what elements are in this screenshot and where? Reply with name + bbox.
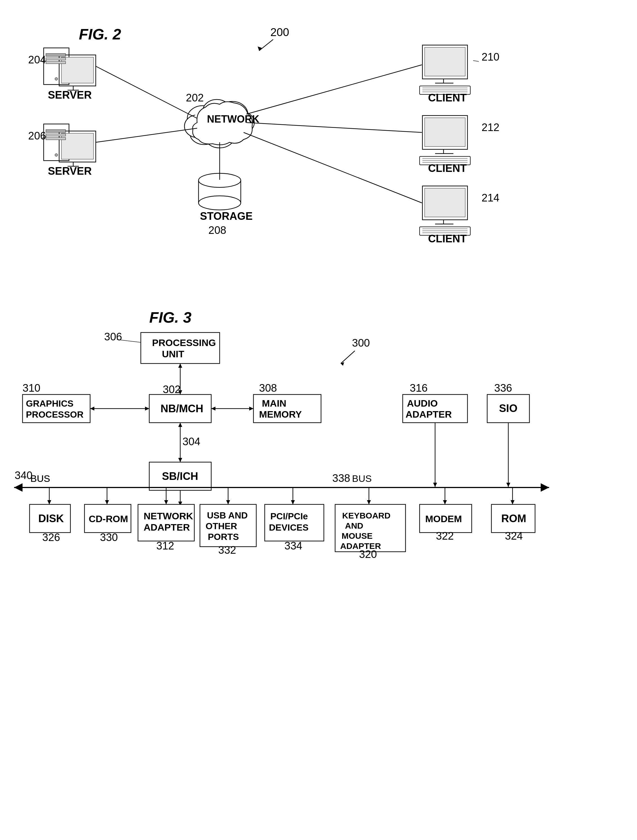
svg-marker-90 [541, 483, 549, 492]
svg-marker-123 [443, 500, 447, 504]
svg-marker-79 [145, 407, 149, 411]
svg-marker-126 [511, 500, 514, 504]
svg-rect-8 [46, 58, 66, 60]
client2-label: CLIENT [428, 162, 467, 174]
svg-marker-78 [90, 407, 95, 411]
svg-text:KEYBOARD: KEYBOARD [342, 511, 391, 520]
ref-302: 302 [163, 384, 181, 395]
svg-rect-9 [46, 62, 66, 64]
svg-point-31 [199, 196, 241, 210]
client3-label: CLIENT [428, 233, 467, 245]
svg-marker-73 [178, 458, 182, 462]
svg-text:AUDIO: AUDIO [407, 398, 438, 409]
ref-214: 214 [482, 192, 499, 204]
svg-text:MAIN: MAIN [262, 398, 286, 409]
ref-210: 210 [482, 51, 499, 63]
svg-text:USB AND: USB AND [207, 510, 248, 521]
ref-212: 212 [482, 122, 499, 133]
ref-334: 334 [284, 540, 302, 552]
ref-338: 338 [332, 472, 350, 484]
svg-text:PCI/PCIe: PCI/PCIe [270, 511, 308, 521]
svg-rect-4 [61, 57, 93, 83]
ref-332: 332 [218, 544, 236, 556]
svg-point-20 [55, 153, 58, 156]
svg-text:AND: AND [345, 521, 363, 531]
bus1-label-copy: BUS [30, 473, 50, 484]
svg-point-10 [55, 77, 58, 80]
storage-label: STORAGE [200, 210, 252, 222]
svg-text:MODEM: MODEM [425, 513, 462, 524]
ref-324: 324 [505, 530, 523, 542]
svg-marker-83 [211, 407, 215, 411]
ref-204: 204 [28, 54, 46, 66]
ref-322: 322 [436, 530, 454, 542]
svg-rect-17 [46, 129, 66, 133]
page: FIG. 2 200 204 SERVER [0, 0, 637, 840]
processing-unit-label2: UNIT [162, 349, 184, 359]
svg-rect-19 [46, 137, 66, 140]
ref-208: 208 [208, 224, 226, 236]
svg-rect-7 [46, 54, 66, 56]
svg-text:GRAPHICS: GRAPHICS [26, 398, 74, 409]
sb-ich-label: SB/ICH [162, 470, 198, 482]
svg-rect-53 [425, 188, 465, 217]
svg-rect-14 [61, 133, 93, 159]
fig2-diagram: FIG. 2 200 204 SERVER [0, 11, 637, 279]
svg-text:ADAPTER: ADAPTER [143, 522, 190, 532]
svg-marker-71 [178, 363, 182, 368]
ref-306: 306 [104, 331, 122, 343]
ref-340: 340 [15, 469, 32, 481]
ref-312: 312 [156, 540, 174, 552]
fig2-title: FIG. 2 [79, 26, 121, 43]
ref-330: 330 [100, 531, 118, 543]
client-212 [419, 115, 470, 165]
ref-200: 200 [270, 26, 289, 38]
svg-marker-96 [506, 483, 510, 487]
svg-rect-18 [46, 134, 66, 136]
svg-text:SIO: SIO [499, 403, 517, 414]
svg-text:DEVICES: DEVICES [269, 523, 308, 532]
svg-text:CD-ROM: CD-ROM [89, 513, 128, 524]
svg-rect-45 [425, 118, 465, 147]
svg-text:MEMORY: MEMORY [259, 409, 302, 420]
svg-text:DISK: DISK [38, 513, 64, 524]
svg-text:ROM: ROM [501, 513, 526, 524]
svg-line-63 [246, 65, 422, 114]
svg-line-0 [259, 39, 273, 51]
svg-line-61 [96, 128, 197, 142]
ref-320: 320 [359, 548, 377, 560]
ref-310: 310 [22, 382, 40, 394]
client-210 [419, 45, 470, 95]
svg-text:PROCESSOR: PROCESSOR [26, 409, 84, 420]
svg-marker-94 [433, 483, 437, 487]
ref-304: 304 [183, 436, 200, 447]
svg-text:PORTS: PORTS [208, 532, 239, 542]
processing-unit-label: PROCESSING [152, 337, 216, 348]
svg-line-65 [244, 133, 422, 203]
svg-text:NETWORK: NETWORK [143, 511, 193, 521]
fig3-title: FIG. 3 [149, 309, 191, 326]
svg-text:ADAPTER: ADAPTER [405, 409, 452, 420]
svg-line-60 [96, 66, 197, 118]
svg-marker-84 [249, 407, 254, 411]
svg-marker-98 [47, 500, 51, 504]
client-214 [419, 186, 470, 235]
svg-text:MOUSE: MOUSE [342, 531, 372, 540]
svg-line-66 [341, 351, 355, 363]
svg-marker-101 [105, 500, 109, 504]
svg-marker-113 [291, 500, 295, 504]
nb-mch-label: NB/MCH [161, 403, 203, 415]
server2-label: SERVER [48, 165, 92, 177]
client1-label: CLIENT [428, 92, 467, 104]
fig3-diagram: FIG. 3 300 PROCESSING UNIT 306 NB/MCH 30… [0, 296, 637, 826]
svg-rect-36 [425, 47, 465, 76]
svg-marker-108 [226, 500, 230, 504]
server1-label: SERVER [48, 89, 92, 101]
ref-308: 308 [259, 382, 277, 394]
ref-206: 206 [28, 130, 46, 142]
svg-marker-104 [164, 500, 168, 504]
svg-line-64 [246, 123, 422, 133]
svg-text:OTHER: OTHER [206, 521, 237, 531]
svg-marker-117 [367, 500, 371, 504]
ref-316: 316 [410, 382, 427, 394]
